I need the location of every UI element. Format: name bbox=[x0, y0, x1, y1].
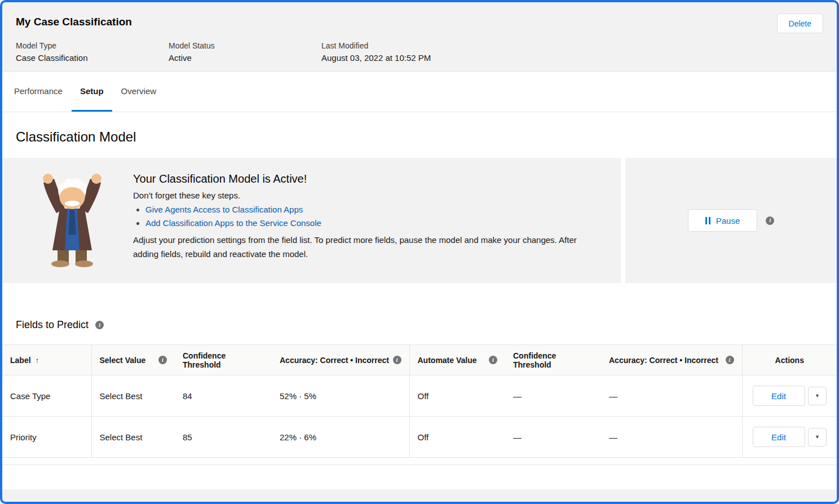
cell-label: Case Type bbox=[2, 375, 91, 417]
cell-select-value: Select Best bbox=[91, 417, 175, 458]
table-footer-spacer bbox=[2, 458, 837, 465]
automate-accuracy-info-icon[interactable]: i bbox=[726, 356, 734, 364]
cell-automate-confidence-threshold: — bbox=[505, 417, 601, 458]
automate-value-info-icon[interactable]: i bbox=[489, 356, 497, 364]
table-row: Case Type Select Best 84 52% · 5% Off — … bbox=[2, 375, 837, 417]
cell-automate-accuracy: — bbox=[601, 417, 742, 458]
column-header-accuracy: Accuracy: Correct • Incorrect i bbox=[272, 345, 409, 375]
cell-automate-value: Off bbox=[409, 417, 505, 458]
row-actions-dropdown-button[interactable]: ▼ bbox=[808, 387, 827, 405]
cell-accuracy: 52% · 5% bbox=[272, 375, 409, 417]
chevron-down-icon: ▼ bbox=[815, 434, 820, 440]
banner-link-list: Give Agents Access to Classification App… bbox=[145, 205, 601, 228]
fields-to-predict-title: Fields to Predict bbox=[16, 319, 89, 331]
column-header-automate-confidence-threshold: Confidence Threshold bbox=[505, 345, 601, 375]
cell-label: Priority bbox=[2, 417, 91, 458]
tab-setup[interactable]: Setup bbox=[72, 72, 112, 112]
column-header-label[interactable]: Label ↑ bbox=[2, 345, 91, 375]
model-status-field: Model Status Active bbox=[169, 41, 321, 63]
banner-paragraph: Adjust your prediction settings from the… bbox=[133, 233, 601, 262]
column-header-automate-value: Automate Value i bbox=[409, 345, 505, 375]
pause-button[interactable]: Pause bbox=[688, 209, 758, 232]
chevron-down-icon: ▼ bbox=[815, 393, 820, 399]
pause-info-icon[interactable]: i bbox=[766, 216, 774, 225]
pause-icon bbox=[705, 217, 710, 224]
cell-automate-value: Off bbox=[409, 375, 505, 417]
last-modified-label: Last Modified bbox=[321, 41, 474, 50]
model-type-value: Case Classification bbox=[16, 53, 169, 63]
table-header-row: Label ↑ Select Value i Confidence Thresh… bbox=[2, 345, 837, 375]
fields-to-predict-heading: Fields to Predict i bbox=[2, 283, 837, 344]
page-header: My Case Classification Delete Model Type… bbox=[2, 2, 837, 72]
cell-select-value: Select Best bbox=[91, 375, 175, 417]
column-header-automate-accuracy: Accuracy: Correct • Incorrect i bbox=[601, 345, 742, 375]
select-value-info-icon[interactable]: i bbox=[158, 356, 167, 364]
model-status-label: Model Status bbox=[169, 41, 321, 50]
link-give-agents-access[interactable]: Give Agents Access to Classification App… bbox=[145, 205, 303, 214]
edit-button[interactable]: Edit bbox=[753, 427, 805, 447]
cell-confidence-threshold: 84 bbox=[175, 375, 272, 417]
header-fields: Model Type Case Classification Model Sta… bbox=[16, 41, 823, 63]
cell-automate-confidence-threshold: — bbox=[505, 375, 601, 417]
column-header-confidence-threshold: Confidence Threshold bbox=[175, 345, 272, 375]
banner-text: Your Classification Model is Active! Don… bbox=[133, 168, 601, 262]
fields-to-predict-info-icon[interactable]: i bbox=[95, 321, 104, 329]
banner-heading: Your Classification Model is Active! bbox=[133, 173, 601, 185]
banner-subheading: Don’t forget these key steps. bbox=[133, 191, 601, 200]
model-type-label: Model Type bbox=[16, 41, 169, 50]
accuracy-info-icon[interactable]: i bbox=[393, 356, 401, 364]
page-title: My Case Classification bbox=[16, 14, 132, 28]
last-modified-value: August 03, 2022 at 10:52 PM bbox=[321, 53, 474, 63]
row-actions-dropdown-button[interactable]: ▼ bbox=[808, 428, 827, 446]
list-item: Add Classification Apps to the Service C… bbox=[145, 218, 601, 228]
cell-accuracy: 22% · 6% bbox=[272, 417, 409, 458]
column-header-actions: Actions bbox=[742, 345, 837, 375]
pause-button-label: Pause bbox=[716, 216, 740, 226]
section-title: Classification Model bbox=[16, 129, 823, 145]
cell-confidence-threshold: 85 bbox=[175, 417, 272, 458]
banner-main: Your Classification Model is Active! Don… bbox=[2, 158, 621, 283]
tab-performance[interactable]: Performance bbox=[6, 72, 71, 112]
cell-automate-accuracy: — bbox=[601, 375, 742, 417]
section-heading: Classification Model bbox=[2, 112, 837, 158]
fields-to-predict-table: Label ↑ Select Value i Confidence Thresh… bbox=[2, 344, 837, 465]
last-modified-field: Last Modified August 03, 2022 at 10:52 P… bbox=[321, 41, 474, 63]
bottom-bar bbox=[2, 489, 837, 502]
banner-side-panel: Pause i bbox=[625, 158, 837, 283]
sort-ascending-icon: ↑ bbox=[36, 356, 39, 365]
delete-button[interactable]: Delete bbox=[777, 14, 823, 33]
edit-button[interactable]: Edit bbox=[753, 386, 805, 406]
list-item: Give Agents Access to Classification App… bbox=[145, 205, 601, 214]
banner-divider bbox=[621, 158, 625, 283]
einstein-mascot-illustration bbox=[35, 171, 109, 271]
model-status-banner: Your Classification Model is Active! Don… bbox=[2, 158, 837, 283]
column-header-select-value: Select Value i bbox=[91, 345, 175, 375]
tab-overview[interactable]: Overview bbox=[113, 72, 165, 112]
model-type-field: Model Type Case Classification bbox=[16, 41, 169, 63]
app-window: My Case Classification Delete Model Type… bbox=[0, 0, 839, 504]
table-row: Priority Select Best 85 22% · 6% Off — —… bbox=[2, 417, 837, 458]
model-status-value: Active bbox=[169, 53, 321, 63]
tab-bar: Performance Setup Overview bbox=[2, 72, 837, 112]
link-add-apps-to-console[interactable]: Add Classification Apps to the Service C… bbox=[145, 218, 321, 228]
